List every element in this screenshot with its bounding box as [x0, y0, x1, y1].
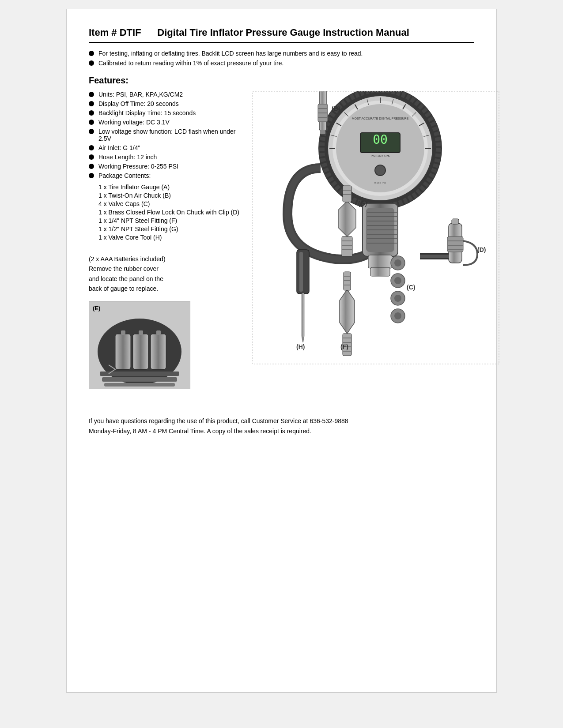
pkg-item-1: 1 x Twist-On Air Chuck (B) [98, 192, 248, 199]
svg-marker-64 [302, 337, 304, 342]
bullet-icon [89, 129, 94, 134]
bullet-icon [89, 51, 94, 56]
svg-rect-4 [115, 334, 131, 369]
label-g: (G) [358, 200, 367, 207]
feature-item-4: Low voltage show function: LCD flash whe… [89, 128, 248, 142]
intro-item-1: For testing, inflating or deflating tire… [89, 50, 474, 57]
svg-rect-3 [104, 383, 175, 387]
page: Item # DTIF Digital Tire Inflator Pressu… [66, 9, 497, 693]
features-list: Units: PSI, BAR, KPA,KG/CM2 Display Off … [89, 91, 248, 179]
left-column: Units: PSI, BAR, KPA,KG/CM2 Display Off … [89, 91, 248, 389]
svg-rect-62 [299, 252, 303, 292]
page-title: Item # DTIF Digital Tire Inflator Pressu… [89, 27, 474, 38]
bullet-icon [89, 60, 94, 66]
label-d: (D) [477, 246, 486, 253]
svg-rect-8 [139, 330, 143, 335]
header: Item # DTIF Digital Tire Inflator Pressu… [89, 27, 474, 43]
feature-item-8: Package Contents: [89, 172, 248, 179]
svg-point-84 [394, 259, 401, 266]
bullet-icon [89, 173, 94, 178]
label-f: (F) [340, 343, 348, 350]
feature-item-1: Display Off Time: 20 seconds [89, 100, 248, 107]
features-heading: Features: [89, 75, 474, 86]
bullet-icon [89, 120, 94, 125]
feature-item-7: Working Pressure: 0-255 PSI [89, 163, 248, 170]
item-label: Item # DTIF [89, 27, 141, 38]
pkg-item-6: 1 x Valve Core Tool (H) [98, 234, 248, 241]
svg-point-90 [394, 312, 401, 319]
svg-rect-5 [133, 334, 148, 369]
feature-item-3: Working voltage: DC 3.1V [89, 119, 248, 126]
svg-marker-65 [340, 289, 355, 334]
svg-rect-80 [343, 186, 351, 202]
battery-note: (2 x AAA Batteries included) Remove the … [89, 254, 248, 294]
pkg-item-4: 1 x 1/4" NPT Steel Fitting (F) [98, 217, 248, 224]
bullet-icon [89, 164, 94, 169]
svg-text:0-255 PSI: 0-255 PSI [374, 181, 386, 184]
bullet-icon [89, 145, 94, 150]
pkg-item-5: 1 x 1/2" NPT Steel Fitting (G) [98, 225, 248, 233]
svg-rect-76 [342, 236, 352, 256]
feature-item-6: Hose Length: 12 inch [89, 154, 248, 161]
right-column: 00 PSI BAR KPA [248, 91, 499, 389]
svg-rect-7 [121, 330, 125, 335]
pkg-item-2: 4 x Valve Caps (C) [98, 200, 248, 207]
svg-point-88 [394, 295, 401, 302]
svg-rect-51 [452, 219, 459, 224]
package-sub-list: 1 x Tire Inflator Gauge (A) 1 x Twist-On… [98, 184, 248, 241]
bullet-icon [89, 110, 94, 116]
svg-rect-63 [302, 293, 304, 337]
pkg-item-3: 1 x Brass Closed Flow Lock On Chuck with… [98, 209, 248, 216]
svg-marker-75 [338, 201, 356, 236]
bullet-icon [89, 154, 94, 160]
svg-rect-45 [370, 267, 390, 276]
svg-rect-44 [368, 255, 392, 268]
product-svg: 00 PSI BAR KPA [252, 91, 499, 364]
svg-rect-71 [344, 272, 351, 290]
svg-text:PSI BAR KPA: PSI BAR KPA [370, 154, 389, 158]
svg-rect-2 [102, 377, 177, 382]
svg-text:MOST ACCURATE DIGITAL PRESSURE: MOST ACCURATE DIGITAL PRESSURE [352, 117, 409, 120]
pkg-item-0: 1 x Tire Inflator Gauge (A) [98, 184, 248, 191]
svg-text:00: 00 [373, 132, 388, 147]
feature-item-5: Air Inlet: G 1/4" [89, 144, 248, 151]
label-c: (C) [407, 284, 415, 291]
intro-item-2: Calibrated to return reading within 1% o… [89, 60, 474, 67]
bullet-icon [89, 101, 94, 106]
footer-text: If you have questions regarding the use … [89, 407, 474, 437]
battery-label: (E) [93, 305, 100, 311]
bullet-icon [89, 92, 94, 97]
feature-item-2: Backlight Display Time: 15 seconds [89, 109, 248, 116]
manual-title: Digital Tire Inflator Pressure Gauge Ins… [157, 27, 409, 38]
svg-point-18 [375, 165, 385, 176]
svg-rect-60 [320, 130, 325, 134]
battery-svg [91, 303, 188, 387]
label-h: (H) [296, 343, 305, 350]
label-b: (B) [332, 105, 340, 112]
intro-list: For testing, inflating or deflating tire… [89, 50, 474, 67]
main-content: Units: PSI, BAR, KPA,KG/CM2 Display Off … [89, 91, 474, 389]
feature-item-0: Units: PSI, BAR, KPA,KG/CM2 [89, 91, 248, 98]
svg-rect-6 [151, 334, 166, 369]
svg-point-86 [394, 277, 401, 284]
battery-image: (E) [89, 301, 190, 389]
svg-rect-9 [156, 330, 161, 335]
